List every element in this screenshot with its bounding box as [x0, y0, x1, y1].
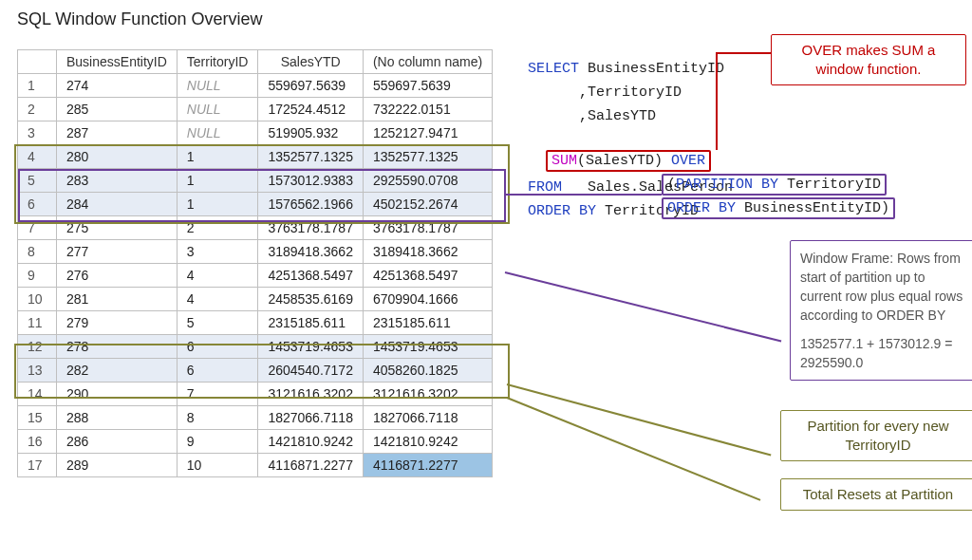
table-row: 827733189418.36623189418.3662 [18, 240, 493, 264]
cell: 3121616.3202 [363, 383, 492, 406]
cell: 6 [177, 335, 258, 359]
cell: 2604540.7172 [258, 359, 364, 383]
cell: 2925590.0708 [363, 169, 492, 193]
cell: 279 [57, 311, 178, 335]
table-row: 1274NULL559697.5639559697.5639 [18, 74, 493, 98]
table-row: 1127952315185.6112315185.611 [18, 311, 493, 335]
callout-frame-math: 1352577.1 + 1573012.9 = 2925590.0 [800, 334, 965, 372]
cell: 277 [57, 240, 178, 264]
cell: 172524.4512 [258, 98, 364, 121]
cell: 1352577.1325 [363, 145, 492, 169]
row-number: 12 [18, 335, 57, 359]
table-row: 727523763178.17873763178.1787 [18, 216, 493, 240]
cell: 1 [177, 169, 258, 193]
cell: 8 [177, 406, 258, 430]
cell: 285 [57, 98, 178, 121]
cell: 4116871.2277 [363, 454, 492, 477]
cell: 289 [57, 454, 178, 477]
cell: 4116871.2277 [258, 454, 364, 477]
cell: 282 [57, 359, 178, 383]
row-number: 9 [18, 264, 57, 288]
column-header: BusinessEntityID [57, 50, 178, 74]
cell: 5 [177, 311, 258, 335]
cell: 4251368.5497 [363, 264, 492, 288]
cell: 1573012.9383 [258, 169, 364, 193]
cell: 281 [57, 288, 178, 311]
cell: 10 [177, 454, 258, 477]
cell: 1827066.7118 [363, 406, 492, 430]
table-row: 528311573012.93832925590.0708 [18, 169, 493, 193]
cell: 284 [57, 193, 178, 216]
cell: 6709904.1666 [363, 288, 492, 311]
cell: 9 [177, 430, 258, 454]
cell: 275 [57, 216, 178, 240]
cell: 286 [57, 430, 178, 454]
table-row: 3287NULL519905.9321252127.9471 [18, 121, 493, 145]
table-row: 1227861453719.46531453719.4653 [18, 335, 493, 359]
row-number: 17 [18, 454, 57, 477]
cell: 2458535.6169 [258, 288, 364, 311]
cell: 3 [177, 240, 258, 264]
cell: 2 [177, 216, 258, 240]
row-number: 7 [18, 216, 57, 240]
cell: 278 [57, 335, 178, 359]
cell: NULL [177, 121, 258, 145]
callout-partition: Partition for every new TerritoryID [780, 410, 972, 461]
row-number: 10 [18, 288, 57, 311]
row-number: 3 [18, 121, 57, 145]
cell: 732222.0151 [363, 98, 492, 121]
row-number: 5 [18, 169, 57, 193]
column-header: (No column name) [363, 50, 492, 74]
row-number: 15 [18, 406, 57, 430]
column-header [18, 50, 57, 74]
cell: 6 [177, 359, 258, 383]
callout-over: OVER makes SUM a window function. [771, 34, 966, 85]
cell: 559697.5639 [258, 74, 364, 98]
sql-order-by: ORDER BY BusinessEntityID) [662, 197, 895, 219]
cell: 3763178.1787 [258, 216, 364, 240]
row-number: 2 [18, 98, 57, 121]
cell: 3763178.1787 [363, 216, 492, 240]
sql-partition-by: (PARTITION BY TerritoryID [662, 174, 887, 196]
cell: 283 [57, 169, 178, 193]
cell: 1352577.1325 [258, 145, 364, 169]
column-header: SalesYTD [258, 50, 364, 74]
table-row: 927644251368.54974251368.5497 [18, 264, 493, 288]
table-row: 428011352577.13251352577.1325 [18, 145, 493, 169]
table-row: 1528881827066.71181827066.7118 [18, 406, 493, 430]
cell: 1 [177, 193, 258, 216]
cell: 559697.5639 [363, 74, 492, 98]
cell: 280 [57, 145, 178, 169]
cell: NULL [177, 98, 258, 121]
row-number: 1 [18, 74, 57, 98]
cell: 4 [177, 264, 258, 288]
row-number: 6 [18, 193, 57, 216]
page-title: SQL Window Function Overview [17, 9, 262, 29]
cell: 288 [57, 406, 178, 430]
cell: 1827066.7118 [258, 406, 364, 430]
cell: 1453719.4653 [258, 335, 364, 359]
table-row: 628411576562.19664502152.2674 [18, 193, 493, 216]
cell: 274 [57, 74, 178, 98]
callout-frame-text: Window Frame: Rows from start of partiti… [800, 249, 965, 325]
cell: 276 [57, 264, 178, 288]
row-number: 14 [18, 383, 57, 406]
cell: 3121616.3202 [258, 383, 364, 406]
table-row: 1628691421810.92421421810.9242 [18, 430, 493, 454]
callout-frame: Window Frame: Rows from start of partiti… [790, 240, 972, 381]
cell: 3189418.3662 [363, 240, 492, 264]
table-row: 1328262604540.71724058260.1825 [18, 359, 493, 383]
result-table: BusinessEntityIDTerritoryIDSalesYTD(No c… [17, 49, 493, 477]
cell: 1421810.9242 [363, 430, 492, 454]
cell: 290 [57, 383, 178, 406]
column-header: TerritoryID [177, 50, 258, 74]
row-number: 16 [18, 430, 57, 454]
table-row: 17289104116871.22774116871.2277 [18, 454, 493, 477]
cell: 1252127.9471 [363, 121, 492, 145]
cell: 519905.932 [258, 121, 364, 145]
row-number: 11 [18, 311, 57, 335]
cell: 7 [177, 383, 258, 406]
callout-reset: Total Resets at Partition [780, 478, 972, 511]
cell: 1421810.9242 [258, 430, 364, 454]
sql-sum-over: SUM(SalesYTD) OVER [546, 150, 711, 172]
